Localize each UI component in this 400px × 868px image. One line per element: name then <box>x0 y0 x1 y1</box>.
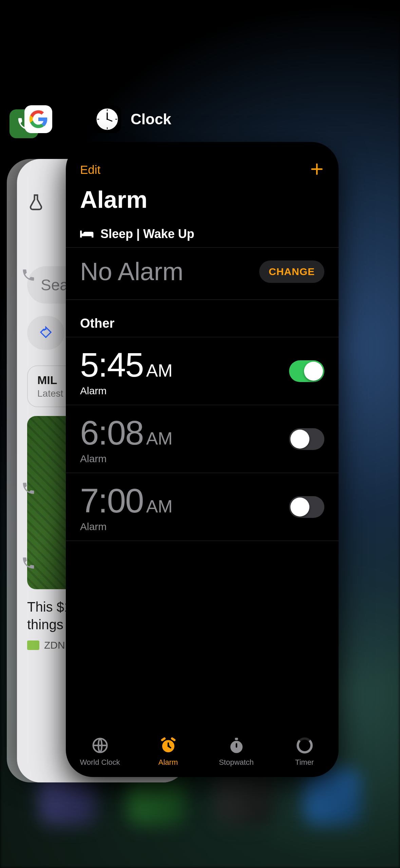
alarm-time: 6:08 <box>80 413 144 452</box>
alarm-label: Alarm <box>80 453 173 465</box>
tab-world-clock[interactable]: World Clock <box>66 716 134 767</box>
tab-alarm[interactable]: Alarm <box>134 716 202 767</box>
alarm-toggle[interactable] <box>289 428 324 450</box>
clock-header: Clock <box>93 105 171 133</box>
switcher-card-clock[interactable]: Edit Alarm Sleep | Wake Up No Alarm CHAN… <box>66 142 339 777</box>
alarm-toggle[interactable] <box>289 496 324 518</box>
alarm-row[interactable]: 6:08AM Alarm <box>66 405 339 473</box>
alarm-row[interactable]: 5:45AM Alarm <box>66 337 339 405</box>
google-offer-chip[interactable] <box>27 316 64 350</box>
phone-mini-icon <box>21 481 36 496</box>
alarm-ampm: AM <box>146 496 173 517</box>
clock-tab-bar: World Clock Alarm Stopwatch Timer <box>66 716 339 777</box>
alarm-label: Alarm <box>80 385 173 397</box>
alarm-label: Alarm <box>80 521 173 532</box>
google-header <box>24 105 52 133</box>
alarm-ampm: AM <box>146 360 173 381</box>
clock-app-label: Clock <box>131 111 171 128</box>
phone-mini-icon <box>21 268 36 283</box>
stopwatch-icon <box>227 736 246 755</box>
svg-point-0 <box>43 329 45 331</box>
alarm-row[interactable]: 7:00AM Alarm <box>66 473 339 541</box>
globe-icon <box>91 736 109 755</box>
alarm-icon <box>159 736 177 755</box>
labs-icon <box>27 193 45 211</box>
alarm-toggle[interactable] <box>289 360 324 382</box>
add-alarm-button[interactable] <box>309 162 324 178</box>
alarm-time: 5:45 <box>80 345 144 384</box>
svg-point-15 <box>298 739 311 753</box>
svg-rect-13 <box>235 738 238 740</box>
tab-timer[interactable]: Timer <box>270 716 339 767</box>
phone-mini-icon <box>21 556 36 571</box>
alarm-ampm: AM <box>146 428 173 449</box>
alarm-time: 7:00 <box>80 481 144 520</box>
sleep-section-header: Sleep | Wake Up <box>66 227 339 247</box>
google-app-icon[interactable] <box>24 105 52 133</box>
svg-point-9 <box>107 119 108 120</box>
clock-app-icon[interactable] <box>93 105 121 133</box>
other-section-header: Other <box>66 300 339 337</box>
sleep-alarm-status: No Alarm <box>80 257 183 286</box>
tab-stopwatch[interactable]: Stopwatch <box>202 716 270 767</box>
sleep-alarm-row: No Alarm CHANGE <box>66 248 339 300</box>
bed-icon <box>80 229 94 239</box>
page-title: Alarm <box>66 178 339 227</box>
plus-icon <box>309 162 324 177</box>
change-sleep-button[interactable]: CHANGE <box>259 260 324 283</box>
edit-button[interactable]: Edit <box>80 163 100 177</box>
timer-icon <box>296 736 314 755</box>
